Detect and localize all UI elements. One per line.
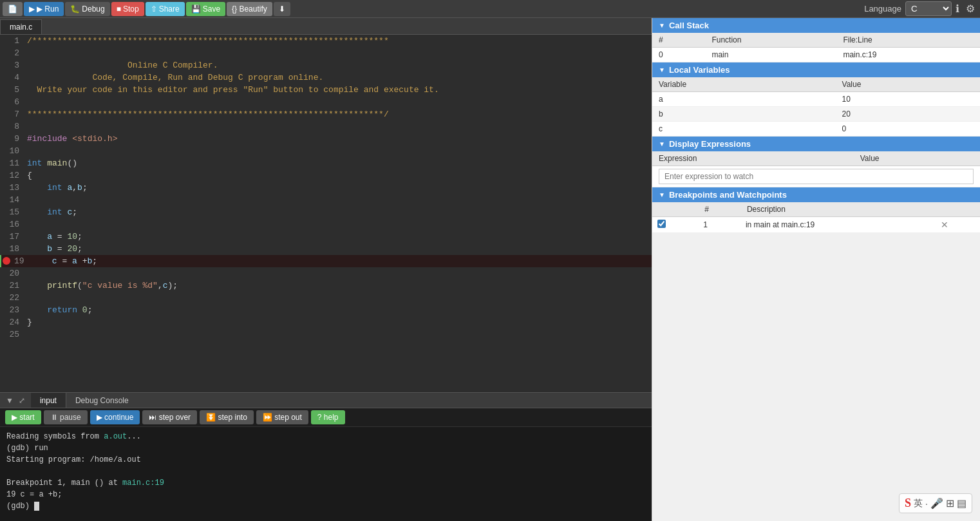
chinese-button[interactable]: 英 (914, 497, 923, 510)
code-line-8: 8 (0, 120, 652, 133)
line-number-11: 11 (0, 157, 24, 169)
line-number-16: 16 (0, 218, 24, 231)
toolbar: 📄 ▶ ▶ Run 🐛 Debug ■ Stop ⇧ Share 💾 Save … (0, 0, 980, 18)
file-icon-button[interactable]: 📄 (3, 2, 23, 16)
expand-bottom-button[interactable]: ⤢ (17, 395, 27, 406)
code-line-10: 10 (0, 145, 652, 157)
code-line-16: 16 (0, 218, 652, 231)
code-content-16 (24, 218, 652, 231)
code-content-8 (24, 120, 652, 133)
cursor (34, 502, 39, 511)
step-out-button[interactable]: ⏩ step out (256, 410, 308, 424)
line-number-13: 13 (0, 182, 24, 194)
line-number-8: 8 (0, 120, 24, 133)
tab-debug-console[interactable]: Debug Console (66, 393, 652, 408)
right-panel: ▼ Call Stack # Function File:Line 0 main… (652, 18, 980, 521)
bp-checkbox-cell (652, 217, 698, 233)
line-number-15: 15 (0, 206, 24, 218)
bp-col-num: # (698, 202, 740, 217)
console-line-1: Reading symbols from a.out... (6, 431, 645, 442)
code-line-11: 11 int main() (0, 157, 652, 169)
grid-icon-button[interactable]: ⊞ (946, 497, 954, 510)
tab-input[interactable]: input (31, 393, 66, 408)
code-line-18: 18 b = 20; (0, 243, 652, 255)
callstack-header[interactable]: ▼ Call Stack (652, 18, 980, 33)
code-content-18: b = 20; (24, 243, 652, 255)
callstack-col-file: File:Line (836, 33, 980, 48)
pause-button[interactable]: ⏸ pause (44, 410, 88, 424)
bp-col-desc: Description (740, 202, 936, 217)
start-button[interactable]: ▶ start (5, 410, 41, 424)
share-button[interactable]: ⇧ Share (146, 2, 185, 16)
download-button[interactable]: ⬇ (274, 2, 290, 16)
save-icon: 💾 (191, 5, 201, 14)
debug-label: Debug (82, 5, 104, 14)
line-number-7: 7 (0, 108, 24, 120)
sogou-icon-button[interactable]: S (905, 497, 911, 510)
punctuation-button[interactable]: · (925, 497, 928, 510)
stop-button[interactable]: ■ Stop (111, 2, 144, 16)
code-line-21: 21 printf("c value is %d",c); (0, 279, 652, 292)
expressions-table: Expression Value (652, 151, 980, 187)
breakpoints-collapse-icon: ▼ (659, 191, 665, 198)
line-number-22: 22 (0, 292, 24, 304)
debug-console-tab-label: Debug Console (75, 396, 129, 405)
line-number-17: 17 (0, 231, 24, 243)
console-line-2: (gdb) run (6, 442, 645, 454)
localvars-cell-val-a: 10 (836, 92, 980, 107)
line-number-19: 19 (1, 255, 30, 267)
expressions-header[interactable]: ▼ Display Expressions (652, 137, 980, 151)
save-button[interactable]: 💾 Save (186, 2, 225, 16)
code-line-25: 25 (0, 328, 652, 341)
menu-icon-button[interactable]: ▤ (957, 497, 966, 510)
run-button[interactable]: ▶ ▶ Run (24, 2, 64, 16)
line-number-6: 6 (0, 96, 24, 108)
continue-button[interactable]: ▶ continue (90, 410, 140, 424)
debug-button[interactable]: 🐛 Debug (65, 2, 109, 16)
bp-col-check (652, 202, 698, 217)
line-number-14: 14 (0, 194, 24, 206)
breakpoint-checkbox-1[interactable] (657, 220, 666, 228)
line-number-1: 1 (0, 35, 24, 47)
debug-console-output: Reading symbols from a.out... (gdb) run … (0, 427, 652, 521)
localvars-col-variable: Variable (652, 77, 836, 92)
code-content-13: int a,b; (24, 182, 652, 194)
console-line-5: Breakpoint 1, main () at main.c:19 (6, 477, 645, 489)
download-icon: ⬇ (279, 5, 285, 14)
bottom-tabs-bar: ▼ ⤢ input Debug Console (0, 393, 652, 408)
bp-delete-cell: ✕ (936, 217, 980, 233)
line-number-12: 12 (0, 169, 24, 182)
code-content-14 (24, 194, 652, 206)
collapse-bottom-button[interactable]: ▼ (4, 395, 15, 406)
code-content-7: ****************************************… (24, 108, 652, 120)
code-content-10 (24, 145, 652, 157)
help-button[interactable]: ? help (311, 410, 345, 424)
console-line-7: (gdb) (6, 500, 645, 512)
mic-icon-button[interactable]: 🎤 (930, 497, 943, 510)
localvars-cell-var-a: a (652, 92, 836, 107)
help-icon-button[interactable]: ℹ (953, 1, 962, 16)
line-number-24: 24 (0, 316, 24, 328)
line-number-23: 23 (0, 304, 24, 316)
language-dropdown[interactable]: C C++ Java Python (905, 1, 952, 16)
line-number-10: 10 (0, 145, 24, 157)
code-content-21: printf("c value is %d",c); (24, 279, 652, 292)
settings-icon-button[interactable]: ⚙ (963, 1, 977, 16)
code-content-19: c = a +b; (30, 255, 652, 267)
step-into-button[interactable]: ⏬ step into (200, 410, 254, 424)
watch-expression-input[interactable] (659, 169, 974, 184)
code-content-9: #include <stdio.h> (24, 133, 652, 145)
localvars-header[interactable]: ▼ Local Variables (652, 62, 980, 77)
step-over-button[interactable]: ⏭ step over (142, 410, 197, 424)
breakpoints-header[interactable]: ▼ Breakpoints and Watchpoints (652, 187, 980, 202)
code-content-12: { (24, 169, 652, 182)
stop-icon: ■ (117, 5, 121, 14)
file-tab-main[interactable]: main.c (0, 19, 42, 34)
beautify-button[interactable]: {} Beautify (227, 2, 272, 16)
localvars-collapse-icon: ▼ (659, 66, 665, 73)
breakpoint-delete-button-1[interactable]: ✕ (941, 220, 948, 230)
editor-panel: main.c 1 /******************************… (0, 18, 652, 521)
localvars-col-value: Value (836, 77, 980, 92)
code-editor[interactable]: 1 /*************************************… (0, 35, 652, 392)
code-content-1: /***************************************… (24, 35, 652, 47)
